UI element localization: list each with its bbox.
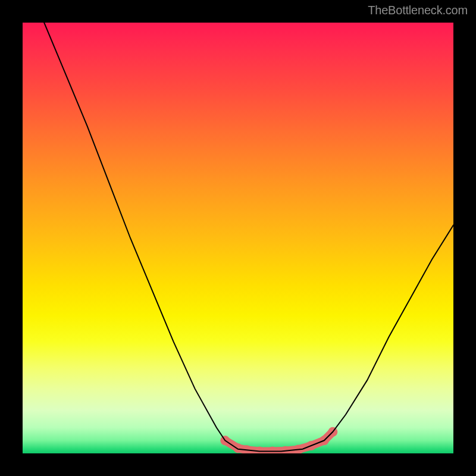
watermark-label: TheBottleneck.com	[368, 4, 468, 17]
plot-area	[23, 23, 453, 453]
chart-frame: TheBottleneck.com	[0, 0, 476, 476]
bottleneck-curve	[23, 23, 453, 451]
curve-layer	[23, 23, 453, 453]
highlight-dot	[233, 443, 243, 453]
